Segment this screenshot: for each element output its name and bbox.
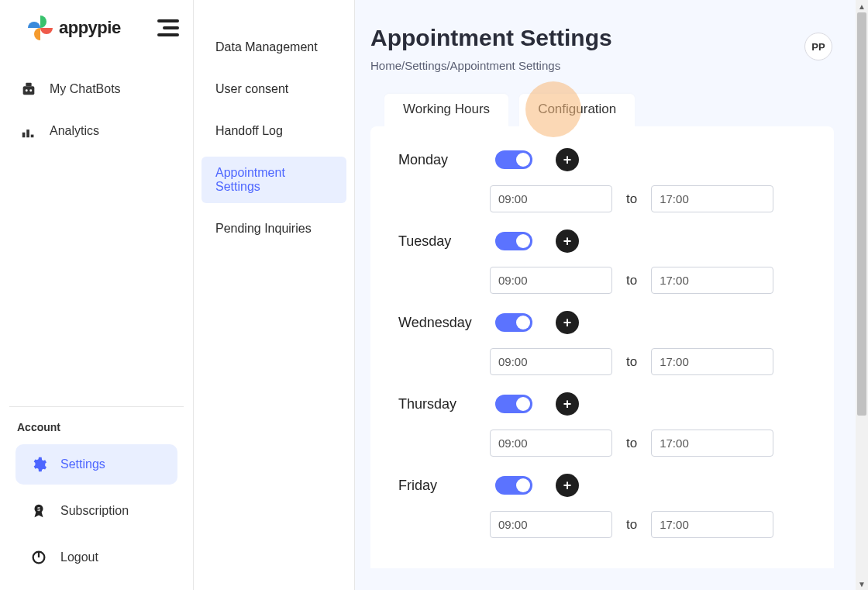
tutorial-highlight — [525, 81, 581, 137]
day-toggle[interactable] — [495, 150, 532, 169]
time-to-input[interactable] — [651, 267, 773, 294]
day-label: Monday — [398, 152, 495, 168]
main-content: Appointment Settings Home/Settings/Appoi… — [355, 0, 856, 590]
nav-my-chatbots[interactable]: My ChatBots — [5, 68, 188, 110]
add-slot-button[interactable]: + — [556, 392, 579, 416]
working-hours-card: Monday + to Tuesday + — [370, 126, 834, 568]
svg-point-3 — [29, 89, 32, 91]
nav-label: Analytics — [50, 124, 99, 138]
day-row-friday: Friday + to — [398, 474, 806, 538]
to-label: to — [626, 517, 637, 533]
time-from-input[interactable] — [490, 511, 612, 538]
page-title: Appointment Settings — [370, 25, 612, 51]
subnav-appointment-settings[interactable]: Appointment Settings — [202, 157, 346, 203]
account-logout[interactable]: Logout — [16, 537, 177, 578]
account-settings[interactable]: Settings — [16, 444, 177, 485]
svg-rect-1 — [26, 83, 31, 87]
svg-rect-5 — [26, 129, 29, 137]
account-item-label: Settings — [60, 457, 105, 471]
logo-icon — [26, 14, 54, 42]
to-label: to — [626, 354, 637, 370]
day-row-monday: Monday + to — [398, 148, 806, 212]
day-row-wednesday: Wednesday + to — [398, 311, 806, 375]
brand-logo[interactable]: appypie — [26, 14, 121, 42]
logo-row: appypie — [0, 14, 193, 42]
day-label: Friday — [398, 478, 495, 494]
to-label: to — [626, 273, 637, 288]
time-to-input[interactable] — [651, 348, 773, 375]
user-avatar[interactable]: PP — [804, 33, 832, 60]
add-slot-button[interactable]: + — [556, 148, 579, 171]
add-slot-button[interactable]: + — [556, 474, 579, 497]
primary-sidebar: appypie My ChatBots — [0, 0, 194, 590]
account-section: Account Settings $ Subscriptio — [0, 406, 193, 590]
day-toggle[interactable] — [495, 313, 532, 332]
time-from-input[interactable] — [490, 430, 612, 457]
to-label: to — [626, 191, 637, 207]
account-heading: Account — [8, 421, 185, 433]
nav-analytics[interactable]: Analytics — [5, 110, 188, 152]
time-to-input[interactable] — [651, 185, 773, 212]
day-label: Thursday — [398, 396, 495, 412]
subnav-handoff-log[interactable]: Handoff Log — [202, 115, 346, 147]
bar-chart-icon — [20, 122, 37, 140]
primary-nav: My ChatBots Analytics — [0, 68, 193, 152]
to-label: to — [626, 436, 637, 451]
page-header: Appointment Settings Home/Settings/Appoi… — [370, 25, 834, 72]
time-to-input[interactable] — [651, 511, 773, 538]
subnav-pending-inquiries[interactable]: Pending Inquiries — [202, 212, 346, 245]
day-label: Tuesday — [398, 233, 495, 250]
account-item-label: Subscription — [60, 504, 129, 518]
scroll-down-icon[interactable]: ▼ — [856, 578, 868, 590]
scroll-up-icon[interactable]: ▲ — [856, 0, 868, 12]
brand-name: appypie — [59, 18, 121, 38]
day-row-thursday: Thursday + to — [398, 392, 806, 457]
svg-rect-0 — [23, 86, 35, 95]
tab-working-hours[interactable]: Working Hours — [384, 94, 508, 126]
robot-icon — [20, 81, 37, 98]
medal-icon: $ — [29, 502, 48, 520]
svg-point-2 — [26, 89, 28, 91]
day-toggle[interactable] — [495, 232, 532, 250]
subnav-user-consent[interactable]: User consent — [202, 73, 346, 105]
day-row-tuesday: Tuesday + to — [398, 229, 806, 294]
svg-text:$: $ — [37, 506, 40, 512]
time-from-input[interactable] — [490, 348, 612, 375]
tabs: Working Hours Configuration — [384, 94, 834, 126]
divider — [9, 406, 184, 407]
menu-toggle-icon[interactable] — [157, 19, 179, 36]
time-from-input[interactable] — [490, 185, 612, 212]
add-slot-button[interactable]: + — [556, 311, 579, 334]
time-to-input[interactable] — [651, 430, 773, 457]
time-from-input[interactable] — [490, 267, 612, 294]
add-slot-button[interactable]: + — [556, 229, 579, 253]
scroll-thumb[interactable] — [857, 12, 866, 416]
svg-rect-6 — [31, 135, 34, 138]
subnav-data-management[interactable]: Data Management — [202, 31, 346, 64]
svg-rect-4 — [22, 133, 26, 137]
scrollbar[interactable]: ▲ ▼ — [856, 0, 868, 590]
settings-subnav: Data Management User consent Handoff Log… — [194, 0, 355, 590]
account-subscription[interactable]: $ Subscription — [16, 491, 177, 531]
power-icon — [29, 548, 48, 567]
day-label: Wednesday — [398, 315, 495, 331]
nav-label: My ChatBots — [50, 82, 121, 96]
gear-icon — [29, 455, 48, 474]
day-toggle[interactable] — [495, 395, 532, 413]
day-toggle[interactable] — [495, 476, 532, 495]
breadcrumb[interactable]: Home/Settings/Appointment Settings — [370, 59, 612, 72]
account-item-label: Logout — [60, 550, 98, 564]
